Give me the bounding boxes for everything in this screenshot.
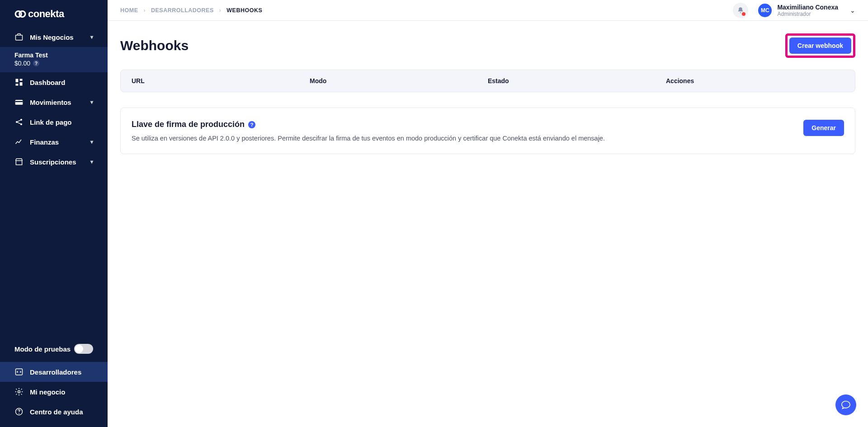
breadcrumb-dev[interactable]: DESARROLLADORES xyxy=(151,7,214,14)
signing-key-title: Llave de firma de producción xyxy=(132,120,245,129)
sidebar-item-movimientos[interactable]: Movimientos ▾ xyxy=(0,92,108,112)
conekta-logo-icon xyxy=(14,8,26,20)
breadcrumb: HOME › DESARROLLADORES › WEBHOOKS xyxy=(120,7,262,14)
briefcase-icon xyxy=(14,33,24,42)
sidebar-item-link-pago[interactable]: Link de pago xyxy=(0,112,108,132)
generate-button[interactable]: Generar xyxy=(803,120,844,136)
sidebar-label: Movimientos xyxy=(30,99,71,106)
webhooks-table: URL Modo Estado Acciones xyxy=(120,70,855,92)
chevron-down-icon: ▾ xyxy=(90,139,93,145)
help-circle-icon xyxy=(14,407,24,416)
chevron-down-icon: ▾ xyxy=(90,159,93,165)
svg-rect-8 xyxy=(15,101,23,103)
sidebar-bottom: Modo de pruebas Desarrolladores Mi negoc… xyxy=(0,338,108,427)
column-url: URL xyxy=(132,77,310,84)
page-header: Webhooks Crear webhook xyxy=(120,33,855,58)
chat-fab[interactable] xyxy=(835,394,856,415)
sidebar-item-centro-ayuda[interactable]: Centro de ayuda xyxy=(0,402,108,422)
chevron-right-icon: › xyxy=(219,7,222,14)
svg-rect-13 xyxy=(16,369,23,375)
chevron-down-icon: ⌄ xyxy=(850,7,855,14)
chat-icon xyxy=(841,400,851,410)
sidebar-label: Mi negocio xyxy=(30,388,65,396)
svg-rect-5 xyxy=(20,82,23,86)
chevron-right-icon: › xyxy=(144,7,146,14)
svg-rect-7 xyxy=(15,100,23,105)
sidebar-account[interactable]: Farma Test $0.00 ? xyxy=(0,47,108,72)
column-estado: Estado xyxy=(488,77,666,84)
table-header: URL Modo Estado Acciones xyxy=(121,70,855,92)
svg-rect-6 xyxy=(16,84,19,85)
chevron-down-icon: ▾ xyxy=(90,34,93,40)
sidebar-label: Suscripciones xyxy=(30,158,76,166)
help-icon[interactable]: ? xyxy=(248,121,255,128)
dashboard-icon xyxy=(14,78,24,87)
signing-key-text: Llave de firma de producción ? Se utiliz… xyxy=(132,120,793,142)
main: HOME › DESARROLLADORES › WEBHOOKS MC Max… xyxy=(108,0,868,427)
column-acciones: Acciones xyxy=(666,77,844,84)
sidebar-label: Centro de ayuda xyxy=(30,408,83,416)
gear-icon xyxy=(14,387,24,396)
account-name: Farma Test xyxy=(14,52,93,59)
topbar: HOME › DESARROLLADORES › WEBHOOKS MC Max… xyxy=(108,0,868,21)
brand-name: conekta xyxy=(28,8,64,20)
sidebar: conekta Mis Negocios ▾ Farma Test $0.00 … xyxy=(0,0,108,427)
topbar-right: MC Maximiliano Conexa Administrador ⌄ xyxy=(733,3,855,18)
chart-line-icon xyxy=(14,137,24,146)
user-role: Administrador xyxy=(777,11,838,17)
svg-rect-2 xyxy=(16,35,23,40)
sidebar-label: Finanzas xyxy=(30,138,59,146)
store-icon xyxy=(14,157,24,166)
help-icon[interactable]: ? xyxy=(33,60,39,66)
svg-rect-12 xyxy=(16,161,22,165)
code-icon xyxy=(14,367,24,376)
svg-point-1 xyxy=(19,11,25,17)
notification-dot-icon xyxy=(742,12,745,16)
user-name: Maximiliano Conexa xyxy=(777,4,838,11)
notifications-button[interactable] xyxy=(733,3,748,18)
chevron-down-icon: ▾ xyxy=(90,99,93,105)
sidebar-item-mis-negocios[interactable]: Mis Negocios ▾ xyxy=(0,27,108,47)
breadcrumb-current: WEBHOOKS xyxy=(226,7,262,14)
signing-key-desc: Se utiliza en versiones de API 2.0.0 y p… xyxy=(132,135,793,142)
sidebar-label: Link de pago xyxy=(30,118,72,126)
test-mode-label: Modo de pruebas xyxy=(14,345,71,353)
sidebar-item-finanzas[interactable]: Finanzas ▾ xyxy=(0,132,108,152)
signing-key-card: Llave de firma de producción ? Se utiliz… xyxy=(120,108,855,154)
user-text: Maximiliano Conexa Administrador xyxy=(777,4,838,17)
brand-logo[interactable]: conekta xyxy=(0,0,108,23)
sidebar-nav: Mis Negocios ▾ Farma Test $0.00 ? Dashbo… xyxy=(0,23,108,338)
breadcrumb-home[interactable]: HOME xyxy=(120,7,138,14)
sidebar-item-dashboard[interactable]: Dashboard xyxy=(0,72,108,92)
user-menu[interactable]: MC Maximiliano Conexa Administrador ⌄ xyxy=(758,4,855,17)
highlight-box: Crear webhook xyxy=(785,33,855,58)
share-icon xyxy=(14,117,24,127)
svg-rect-3 xyxy=(16,79,19,83)
sidebar-item-desarrolladores[interactable]: Desarrolladores xyxy=(0,362,108,382)
page-title: Webhooks xyxy=(120,38,189,53)
svg-point-14 xyxy=(18,391,20,393)
test-mode-row: Modo de pruebas xyxy=(0,338,108,362)
avatar: MC xyxy=(758,4,772,17)
sidebar-label: Mis Negocios xyxy=(30,33,74,41)
sidebar-label: Desarrolladores xyxy=(30,368,81,376)
svg-point-16 xyxy=(19,413,19,414)
test-mode-toggle[interactable] xyxy=(74,344,93,354)
svg-rect-4 xyxy=(20,79,23,81)
account-balance: $0.00 xyxy=(14,60,30,67)
sidebar-label: Dashboard xyxy=(30,79,65,86)
sidebar-item-suscripciones[interactable]: Suscripciones ▾ xyxy=(0,152,108,172)
transactions-icon xyxy=(14,98,24,107)
content: Webhooks Crear webhook URL Modo Estado A… xyxy=(108,21,868,167)
column-modo: Modo xyxy=(310,77,488,84)
create-webhook-button[interactable]: Crear webhook xyxy=(789,38,851,54)
sidebar-item-mi-negocio[interactable]: Mi negocio xyxy=(0,382,108,402)
